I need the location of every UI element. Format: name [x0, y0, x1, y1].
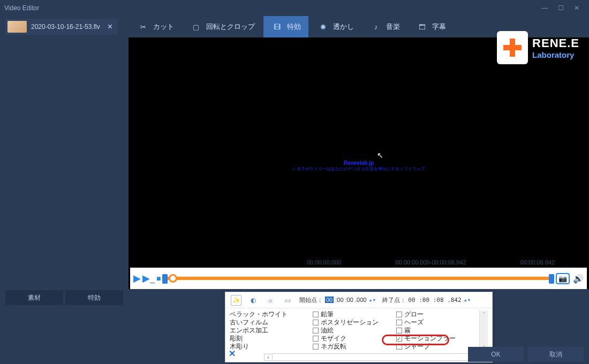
checkbox[interactable] — [313, 320, 319, 325]
effects-close-button[interactable]: ✕ — [229, 348, 236, 359]
effect-option[interactable]: エンボス加工 — [230, 327, 313, 335]
time-end: 00:00:08.842 — [520, 259, 555, 266]
checkbox[interactable] — [313, 328, 319, 333]
time-range: 00:00:00.000-00:00:08.842 — [395, 259, 466, 266]
maximize-button[interactable]: ☐ — [553, 3, 569, 13]
music-icon: ♪ — [370, 21, 382, 33]
left-tab-material[interactable]: 素材 — [5, 290, 63, 305]
effect-option[interactable]: ヘーズ — [396, 318, 479, 327]
tab-subtitle[interactable]: 🗔字幕 — [409, 16, 454, 37]
tab-rotate-crop[interactable]: ▢回転とクロップ — [183, 16, 262, 37]
volume-button[interactable]: 🔊 — [573, 274, 584, 284]
film-icon: 🎞 — [271, 21, 283, 33]
time-start: 00:00:00.000 — [307, 259, 341, 266]
effect-option[interactable]: ポスタリゼーション — [313, 318, 396, 327]
effect-option[interactable]: 霧 — [396, 327, 479, 335]
timeline-track[interactable] — [164, 277, 552, 280]
materials-panel — [0, 37, 129, 289]
watermark-icon: ✺ — [317, 21, 329, 33]
tab-audio[interactable]: ♪音楽 — [363, 16, 407, 37]
file-name: 2020-03-10-16-21-53.flv — [31, 23, 100, 31]
tab-effects[interactable]: 🎞特効 — [263, 16, 308, 37]
checkbox[interactable] — [396, 320, 402, 325]
checkbox[interactable] — [313, 336, 319, 342]
checkbox[interactable] — [313, 344, 319, 350]
tab-fx-label: 特効 — [287, 22, 301, 32]
video-preview[interactable]: ↖ Reneelab.jp レネラボラトリーはあなたのデジタル生活を豊かにするソ… — [129, 37, 589, 289]
stop-button[interactable]: ■ — [156, 274, 161, 283]
left-tab-effects[interactable]: 特効 — [65, 290, 123, 305]
trim-handle-right[interactable] — [549, 274, 554, 284]
ok-button[interactable]: OK — [468, 347, 524, 362]
tab-wm-label: 透かし — [333, 22, 354, 32]
cancel-button[interactable]: 取消 — [528, 347, 584, 362]
file-chip[interactable]: 2020-03-10-16-21-53.flv × — [5, 19, 118, 35]
start-time-field[interactable]: 開始点： 00 :00 :00 .000 ▲▼ — [299, 296, 376, 304]
checkbox[interactable] — [313, 312, 319, 317]
tab-rotate-label: 回転とクロップ — [206, 22, 255, 32]
effect-label: ネガ反転 — [321, 342, 346, 351]
crop-icon: ▢ — [190, 21, 202, 33]
trim-handle-left[interactable] — [162, 274, 168, 284]
snapshot-button[interactable]: 📷 — [556, 273, 570, 284]
plus-icon — [503, 39, 522, 57]
step-button[interactable]: ▶⎯ — [142, 272, 155, 284]
close-button[interactable]: ✕ — [569, 3, 585, 13]
effect-option[interactable]: グロー — [396, 310, 479, 318]
effect-option[interactable]: ベラック・ホワイト — [230, 310, 313, 318]
start-spinner[interactable]: ▲▼ — [368, 298, 376, 302]
file-thumbnail — [7, 21, 27, 33]
checkbox[interactable] — [396, 328, 402, 333]
tab-watermark[interactable]: ✺透かし — [309, 16, 361, 37]
checkbox[interactable] — [396, 312, 402, 317]
end-label: 終了点： — [382, 296, 406, 304]
effects-scrollbar[interactable]: ˆˇ — [479, 310, 488, 351]
file-close-icon[interactable]: × — [104, 22, 116, 32]
app-title: Video Editor — [4, 4, 39, 12]
minimize-button[interactable]: — — [537, 3, 553, 13]
contrast-icon[interactable]: ◐ — [248, 295, 259, 306]
cursor-icon: ↖ — [377, 151, 383, 160]
effect-option[interactable]: 古いフィルム — [230, 318, 313, 327]
effects-popup: ✨ ◐ ☼ ▭ 開始点： 00 :00 :00 .000 ▲▼ 終了点： 00 … — [225, 292, 493, 362]
effect-option[interactable]: 木彫り — [230, 343, 313, 351]
magic-wand-icon[interactable]: ✨ — [231, 295, 241, 306]
end-time-field[interactable]: 終了点： 00 :00 :08 .842 ▲▼ — [382, 296, 471, 304]
preview-watermark: Reneelab.jp レネラボラトリーはあなたのデジタル生活を豊かにするソフト… — [292, 160, 425, 172]
end-spinner[interactable]: ▲▼ — [464, 298, 471, 302]
crop-square-icon[interactable]: ▭ — [282, 295, 293, 306]
tab-sub-label: 字幕 — [432, 22, 446, 32]
effect-option[interactable]: 彫刻 — [230, 335, 313, 343]
brand-logo: RENE.ELaboratory — [497, 31, 579, 64]
tab-audio-label: 音楽 — [386, 22, 400, 32]
effects-hscroll[interactable]: ‹› — [264, 353, 477, 361]
effect-option[interactable]: 油絵 — [313, 327, 396, 335]
highlight-ring — [382, 335, 449, 345]
tab-cut-label: カット — [153, 22, 174, 32]
start-label: 開始点： — [299, 296, 323, 304]
brightness-icon[interactable]: ☼ — [265, 295, 276, 306]
effect-option[interactable]: 鉛筆 — [313, 310, 396, 318]
brand-name: RENE.E — [532, 36, 579, 50]
timeline-bar: 00:00:00.000 00:00:00.000-00:00:08.842 0… — [130, 268, 587, 289]
playhead[interactable] — [169, 274, 177, 283]
play-button[interactable]: ▶ — [133, 272, 141, 284]
subtitle-icon: 🗔 — [416, 21, 428, 33]
tab-cut[interactable]: ✂カット — [130, 16, 182, 37]
brand-sub: Laboratory — [532, 50, 579, 59]
scissors-icon: ✂ — [137, 21, 149, 33]
